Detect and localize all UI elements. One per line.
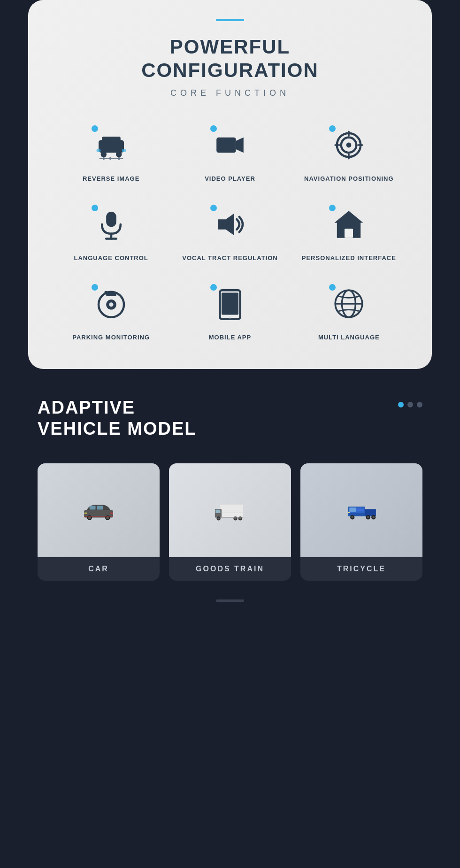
svg-rect-9 bbox=[118, 157, 120, 160]
svg-point-15 bbox=[346, 142, 352, 147]
svg-rect-20 bbox=[106, 212, 116, 227]
bottom-bar bbox=[216, 599, 244, 602]
svg-point-3 bbox=[116, 151, 122, 157]
svg-rect-69 bbox=[357, 509, 364, 511]
feature-navigation: NAVIGATION POSITIONING bbox=[294, 122, 404, 182]
feature-label-multi-language: MULTI LANGUAGE bbox=[318, 334, 380, 341]
svg-rect-70 bbox=[348, 512, 350, 513]
feature-label-language-control: LANGUAGE CONTROL bbox=[74, 254, 148, 261]
blue-dot bbox=[329, 125, 336, 132]
svg-rect-10 bbox=[109, 157, 111, 160]
svg-rect-38 bbox=[90, 506, 96, 509]
svg-rect-50 bbox=[215, 510, 220, 513]
tablet-icon bbox=[213, 287, 247, 321]
blue-dot bbox=[210, 205, 217, 211]
svg-point-41 bbox=[88, 516, 91, 519]
svg-rect-5 bbox=[122, 149, 126, 152]
blue-dot bbox=[210, 125, 217, 132]
vehicle-label-tricycle: TRICYCLE bbox=[300, 557, 422, 581]
truck-vehicle-image bbox=[213, 493, 247, 527]
svg-rect-32 bbox=[222, 292, 238, 315]
blue-dot bbox=[92, 284, 98, 291]
svg-rect-25 bbox=[345, 229, 353, 238]
svg-rect-11 bbox=[216, 138, 236, 153]
feature-mobile-app: MOBILE APP bbox=[175, 280, 284, 341]
house-icon bbox=[332, 207, 366, 241]
feature-label-parking: PARKING MONITORING bbox=[72, 334, 150, 341]
feature-personalized: PERSONALIZED INTERFACE bbox=[294, 201, 404, 261]
svg-marker-12 bbox=[236, 138, 244, 153]
svg-point-52 bbox=[218, 517, 220, 519]
microphone-icon bbox=[94, 207, 128, 241]
svg-rect-4 bbox=[96, 149, 100, 152]
target-icon bbox=[332, 128, 366, 162]
svg-rect-45 bbox=[110, 513, 113, 514]
svg-rect-57 bbox=[220, 517, 243, 518]
svg-rect-44 bbox=[84, 513, 87, 514]
card-section: POWERFUL CONFIGURATION CORE FUNCTION bbox=[28, 0, 432, 369]
vehicle-label-car: CAR bbox=[38, 557, 160, 581]
svg-point-64 bbox=[351, 516, 353, 519]
dot-1[interactable] bbox=[398, 402, 404, 407]
svg-rect-39 bbox=[97, 506, 103, 509]
svg-rect-46 bbox=[84, 516, 113, 516]
vehicle-card-goods-train[interactable]: GOODS TRAIN bbox=[169, 463, 291, 581]
speaker-icon bbox=[213, 207, 247, 241]
svg-rect-62 bbox=[365, 509, 376, 516]
svg-point-33 bbox=[229, 316, 231, 318]
car-rear-icon bbox=[94, 128, 128, 162]
blue-dot bbox=[329, 205, 336, 211]
section-title: ADAPTIVE VEHICLE MODEL bbox=[38, 397, 196, 440]
dot-3[interactable] bbox=[417, 402, 422, 407]
tricycle-vehicle-image bbox=[345, 493, 378, 527]
svg-point-28 bbox=[109, 302, 113, 307]
dark-section: ADAPTIVE VEHICLE MODEL bbox=[0, 369, 460, 621]
feature-label-vocal-tract: VOCAL TRACT REGULATION bbox=[182, 254, 278, 261]
vehicle-grid: CAR bbox=[38, 463, 422, 581]
feature-label-mobile-app: MOBILE APP bbox=[209, 334, 251, 341]
svg-rect-48 bbox=[220, 505, 243, 517]
feature-parking: PARKING MONITORING bbox=[56, 280, 166, 341]
main-title: POWERFUL CONFIGURATION bbox=[56, 35, 404, 83]
car-vehicle-image bbox=[82, 493, 115, 527]
svg-rect-8 bbox=[103, 157, 105, 160]
dots-indicator bbox=[398, 397, 422, 407]
video-camera-icon bbox=[213, 128, 247, 162]
svg-rect-6 bbox=[106, 149, 116, 152]
feature-label-video-player: VIDEO PLAYER bbox=[205, 175, 255, 182]
feature-video-player: VIDEO PLAYER bbox=[175, 122, 284, 182]
svg-marker-23 bbox=[218, 213, 234, 235]
feature-label-personalized: PERSONALIZED INTERFACE bbox=[302, 254, 396, 261]
accent-bar bbox=[216, 19, 244, 21]
svg-point-66 bbox=[367, 516, 369, 519]
blue-dot bbox=[329, 284, 336, 291]
svg-point-68 bbox=[372, 516, 375, 519]
feature-vocal-tract: VOCAL TRACT REGULATION bbox=[175, 201, 284, 261]
features-grid: REVERSE IMAGE VIDEO PLAYER bbox=[56, 122, 404, 341]
globe-icon bbox=[332, 287, 366, 321]
vehicle-card-tricycle[interactable]: TRICYCLE bbox=[300, 463, 422, 581]
feature-language-control: LANGUAGE CONTROL bbox=[56, 201, 166, 261]
svg-point-43 bbox=[106, 516, 109, 519]
feature-multi-language: MULTI LANGUAGE bbox=[294, 280, 404, 341]
blue-dot bbox=[210, 284, 217, 291]
svg-point-2 bbox=[100, 151, 107, 157]
dot-2[interactable] bbox=[407, 402, 413, 407]
blue-dot bbox=[92, 125, 98, 132]
blue-dot bbox=[92, 205, 98, 211]
feature-reverse-image: REVERSE IMAGE bbox=[56, 122, 166, 182]
feature-label-navigation: NAVIGATION POSITIONING bbox=[304, 175, 394, 182]
sub-title: CORE FUNCTION bbox=[56, 88, 404, 98]
vehicle-label-goods-train: GOODS TRAIN bbox=[169, 557, 291, 581]
svg-rect-61 bbox=[349, 507, 356, 512]
feature-label-reverse-image: REVERSE IMAGE bbox=[83, 175, 139, 182]
svg-rect-30 bbox=[104, 291, 107, 294]
vehicle-card-car[interactable]: CAR bbox=[38, 463, 160, 581]
svg-rect-1 bbox=[102, 137, 121, 143]
camera-circle-icon bbox=[94, 287, 128, 321]
